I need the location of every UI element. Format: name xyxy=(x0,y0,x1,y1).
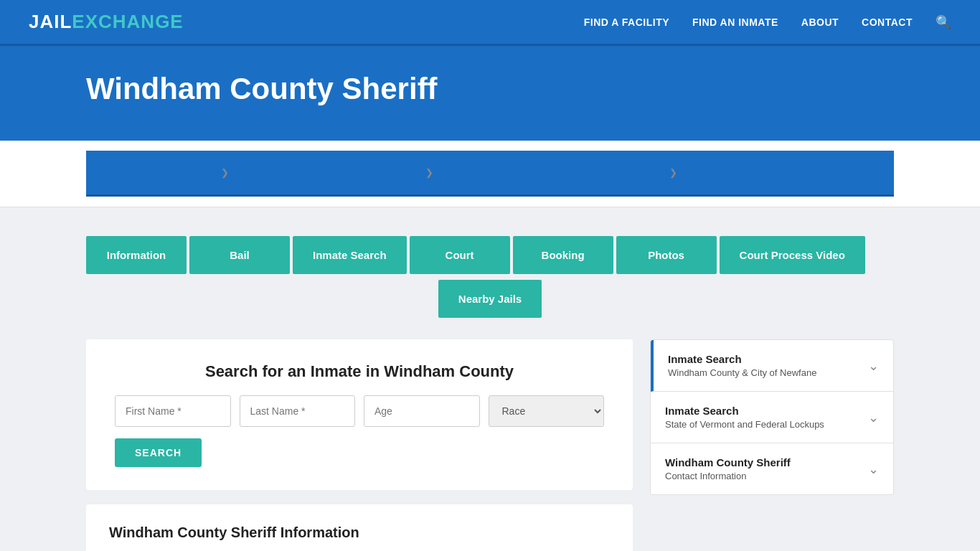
search-title: Search for an Inmate in Windham County xyxy=(115,362,604,381)
sidebar-item-title-3: Windham County Sheriff xyxy=(665,456,791,468)
breadcrumb-vermont[interactable]: Vermont xyxy=(308,167,346,179)
breadcrumb-home[interactable]: Home xyxy=(115,167,141,179)
sidebar-item-2[interactable]: Inmate Search State of Vermont and Feder… xyxy=(651,392,893,443)
navbar: JAILEXCHANGE FIND A FACILITY FIND AN INM… xyxy=(0,0,980,46)
tab-court[interactable]: Court xyxy=(410,236,510,274)
chevron-down-icon-1: ⌄ xyxy=(868,358,879,374)
breadcrumb-windham-county-sheriff[interactable]: Windham County Sheriff xyxy=(756,167,864,179)
breadcrumb-sep-3: ❯ xyxy=(669,167,677,178)
sidebar-item-subtitle-1: Windham County & City of Newfane xyxy=(668,367,816,378)
last-name-input[interactable] xyxy=(240,395,356,427)
sidebar-item-text-2: Inmate Search State of Vermont and Feder… xyxy=(665,405,824,430)
right-panel: Inmate Search Windham County & City of N… xyxy=(650,339,894,495)
race-select[interactable]: Race White Black Hispanic Asian Other xyxy=(489,395,605,427)
tab-inmate-search[interactable]: Inmate Search xyxy=(293,236,407,274)
sidebar-item-text-1: Inmate Search Windham County & City of N… xyxy=(668,353,816,378)
tabs-row-1: Information Bail Inmate Search Court Boo… xyxy=(86,236,894,274)
search-card: Search for an Inmate in Windham County R… xyxy=(86,339,633,490)
tab-nearby-jails[interactable]: Nearby Jails xyxy=(438,280,542,318)
search-icon[interactable]: 🔍 xyxy=(936,15,951,29)
logo[interactable]: JAILEXCHANGE xyxy=(29,11,184,33)
sidebar-item-subtitle-3: Contact Information xyxy=(665,471,791,481)
breadcrumb-bar: Home ❯ Vermont ❯ Windham County ❯ Windha… xyxy=(0,141,980,207)
chevron-down-icon-2: ⌄ xyxy=(868,410,879,425)
sidebar-item-1[interactable]: Inmate Search Windham County & City of N… xyxy=(651,340,893,392)
nav-about[interactable]: ABOUT xyxy=(801,17,839,28)
tab-photos[interactable]: Photos xyxy=(616,236,717,274)
main-container: Information Bail Inmate Search Court Boo… xyxy=(0,207,980,551)
tab-information[interactable]: Information xyxy=(86,236,187,274)
nav-find-inmate[interactable]: FIND AN INMATE xyxy=(692,17,778,28)
tabs-row-2: Nearby Jails xyxy=(86,280,894,318)
sidebar-item-subtitle-2: State of Vermont and Federal Lockups xyxy=(665,419,824,430)
page-title: Windham County Sheriff xyxy=(86,72,894,106)
breadcrumb-sep-1: ❯ xyxy=(221,167,229,178)
search-form: Race White Black Hispanic Asian Other xyxy=(115,395,604,427)
breadcrumb-windham-county[interactable]: Windham County xyxy=(513,167,590,179)
hero-section: Windham County Sheriff xyxy=(0,46,980,141)
age-input[interactable] xyxy=(364,395,480,427)
content-area: Search for an Inmate in Windham County R… xyxy=(86,339,894,551)
tab-bail[interactable]: Bail xyxy=(189,236,290,274)
info-card: Windham County Sheriff Information Becau… xyxy=(86,504,633,551)
chevron-down-icon-3: ⌄ xyxy=(868,461,879,477)
nav-links: FIND A FACILITY FIND AN INMATE ABOUT CON… xyxy=(584,14,951,30)
logo-part2: EXCHANGE xyxy=(72,11,183,33)
sidebar-item-text-3: Windham County Sheriff Contact Informati… xyxy=(665,456,791,481)
nav-contact[interactable]: CONTACT xyxy=(862,17,913,28)
left-panel: Search for an Inmate in Windham County R… xyxy=(86,339,633,551)
nav-find-facility[interactable]: FIND A FACILITY xyxy=(584,17,669,28)
info-title: Windham County Sheriff Information xyxy=(109,524,610,541)
logo-part1: JAIL xyxy=(29,11,72,33)
breadcrumb: Home ❯ Vermont ❯ Windham County ❯ Windha… xyxy=(86,151,894,197)
search-button[interactable]: SEARCH xyxy=(115,438,202,467)
breadcrumb-sep-2: ❯ xyxy=(425,167,433,178)
sidebar-item-title-1: Inmate Search xyxy=(668,353,816,365)
sidebar-item-3[interactable]: Windham County Sheriff Contact Informati… xyxy=(651,443,893,494)
first-name-input[interactable] xyxy=(115,395,231,427)
sidebar-item-title-2: Inmate Search xyxy=(665,405,824,417)
tab-booking[interactable]: Booking xyxy=(513,236,613,274)
tab-court-process-video[interactable]: Court Process Video xyxy=(720,236,865,274)
